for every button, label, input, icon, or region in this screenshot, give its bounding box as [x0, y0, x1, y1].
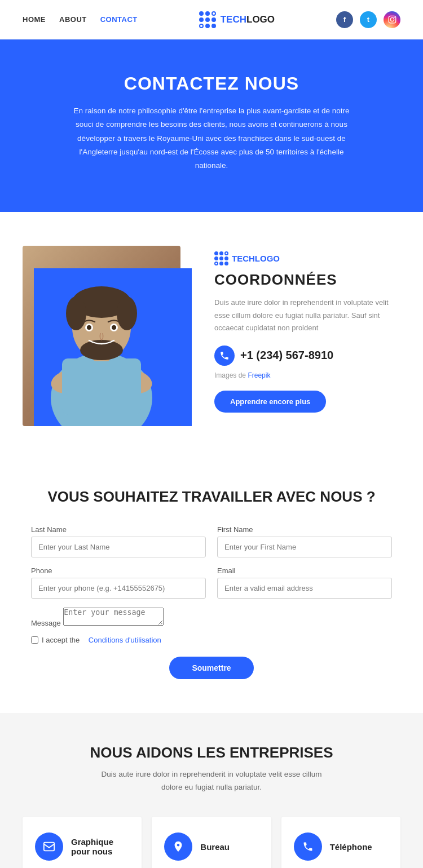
- svg-point-13: [80, 340, 123, 360]
- facebook-icon[interactable]: f: [336, 11, 353, 28]
- checkbox-text: I accept the: [42, 636, 80, 644]
- phone-input[interactable]: [31, 578, 206, 599]
- hero-description: En raison de notre philosophie d'être l'…: [70, 104, 352, 172]
- instagram-icon[interactable]: [384, 11, 400, 28]
- terms-checkbox-row: I accept the Conditions d'utilisation: [31, 636, 392, 644]
- svg-point-11: [66, 296, 86, 330]
- person-image: [23, 246, 180, 426]
- svg-point-2: [394, 17, 395, 18]
- card-phone-title: Téléphone: [330, 842, 372, 852]
- phone-row: +1 (234) 567-8910: [214, 346, 400, 366]
- card-email: Graphique pour nous Notre équipe amicale…: [23, 817, 142, 868]
- email-label: Email: [217, 566, 392, 575]
- info-logo-text: TECHLOGO: [232, 254, 280, 263]
- svg-point-1: [390, 17, 394, 21]
- card-phone-header: Téléphone: [294, 832, 388, 861]
- terms-checkbox[interactable]: [31, 636, 38, 644]
- card-office-title: Bureau: [200, 842, 230, 852]
- form-row-contact: Phone Email: [31, 566, 392, 599]
- nav-contact[interactable]: CONTACT: [100, 15, 138, 24]
- terms-link[interactable]: Conditions d'utilisation: [89, 636, 161, 644]
- hero-section: CONTACTEZ NOUS En raison de notre philos…: [0, 39, 423, 212]
- hero-title: CONTACTEZ NOUS: [23, 73, 400, 94]
- nous-aidons-section: NOUS AIDONS LES ENTREPRISES Duis aute ir…: [0, 713, 423, 868]
- phone-card-icon: [294, 832, 322, 861]
- email-input[interactable]: [217, 578, 392, 599]
- nous-aidons-title: NOUS AIDONS LES ENTREPRISES: [23, 744, 400, 761]
- message-textarea[interactable]: [63, 608, 164, 626]
- info-title: COORDONNÉES: [214, 271, 400, 289]
- contact-form: Last Name First Name Phone Email Message: [31, 525, 392, 679]
- message-label: Message: [31, 619, 61, 627]
- location-card-icon: [164, 832, 192, 861]
- first-name-input[interactable]: [217, 537, 392, 557]
- svg-point-12: [117, 296, 137, 330]
- nous-aidons-description: Duis aute irure dolor in reprehenderit i…: [93, 768, 330, 794]
- navbar: HOME ABOUT CONTACT TECHLOGO f t: [0, 0, 423, 39]
- cards-row: Graphique pour nous Notre équipe amicale…: [23, 817, 400, 868]
- info-content: TECHLOGO COORDONNÉES Duis aute irure dol…: [214, 234, 400, 412]
- nav-links: HOME ABOUT CONTACT: [23, 15, 138, 24]
- card-phone: Téléphone Du lundi au vendredi de 8h à 5…: [281, 817, 400, 868]
- nav-home[interactable]: HOME: [23, 15, 46, 24]
- svg-point-16: [87, 325, 91, 330]
- form-row-name: Last Name First Name: [31, 525, 392, 557]
- phone-number: +1 (234) 567-8910: [240, 349, 333, 362]
- last-name-label: Last Name: [31, 525, 206, 534]
- last-name-group: Last Name: [31, 525, 206, 557]
- twitter-icon[interactable]: t: [360, 11, 377, 28]
- learn-more-button[interactable]: Apprendre encore plus: [214, 391, 326, 413]
- info-description: Duis aute irure dolor in reprehenderit i…: [214, 296, 400, 334]
- card-email-title: Graphique pour nous: [71, 837, 129, 856]
- submit-row: Soumettre: [31, 657, 392, 679]
- phone-label: Phone: [31, 566, 206, 575]
- card-office: Bureau Venez dire bonjour à notre siège …: [152, 817, 271, 868]
- last-name-input[interactable]: [31, 537, 206, 557]
- social-icons: f t: [336, 11, 400, 28]
- svg-rect-7: [62, 358, 141, 415]
- email-card-icon: [35, 832, 63, 861]
- info-logo: TECHLOGO: [214, 251, 400, 265]
- svg-point-17: [112, 325, 116, 330]
- contact-info-section: TECHLOGO COORDONNÉES Duis aute irure dol…: [0, 212, 423, 460]
- message-group: Message: [31, 608, 392, 628]
- svg-rect-18: [44, 843, 54, 851]
- phone-icon: [214, 346, 235, 366]
- logo-dots-icon: [199, 11, 216, 28]
- form-section: VOUS SOUHAITEZ TRAVAILLER AVEC NOUS ? La…: [0, 460, 423, 713]
- freepik-link[interactable]: Freepik: [248, 371, 270, 379]
- logo-center: TECHLOGO: [199, 11, 275, 28]
- images-credit: Images de Freepik: [214, 371, 400, 379]
- person-image-wrapper: [23, 246, 192, 426]
- phone-group: Phone: [31, 566, 206, 599]
- submit-button[interactable]: Soumettre: [169, 657, 253, 679]
- form-section-title: VOUS SOUHAITEZ TRAVAILLER AVEC NOUS ?: [31, 488, 392, 506]
- card-email-header: Graphique pour nous: [35, 832, 129, 861]
- info-logo-dots-icon: [214, 251, 228, 265]
- svg-rect-0: [389, 16, 396, 23]
- card-office-header: Bureau: [164, 832, 258, 861]
- nav-about[interactable]: ABOUT: [59, 15, 87, 24]
- first-name-group: First Name: [217, 525, 392, 557]
- first-name-label: First Name: [217, 525, 392, 534]
- logo-text: TECHLOGO: [221, 14, 275, 25]
- email-group: Email: [217, 566, 392, 599]
